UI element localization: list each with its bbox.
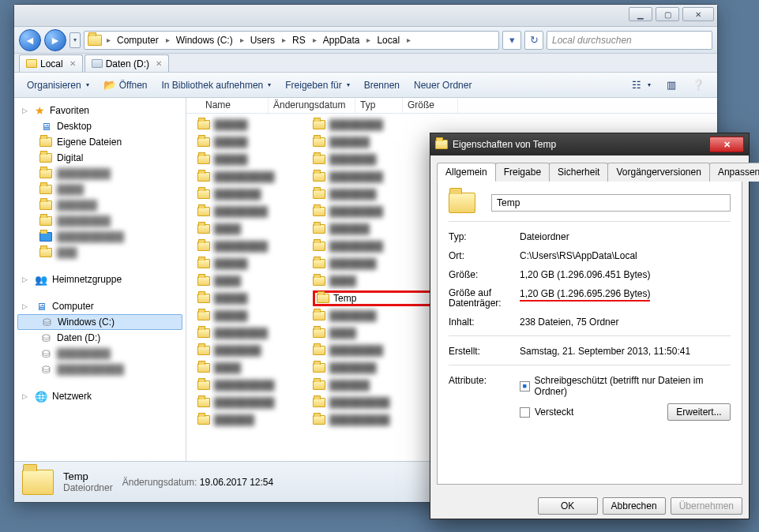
back-button[interactable]: ◄ (19, 29, 41, 51)
history-dropdown[interactable]: ▾ (70, 32, 81, 48)
dialog-title: Eigenschaften von Temp (453, 139, 556, 150)
list-item[interactable]: █████ (197, 117, 308, 133)
tab-customize[interactable]: Anpassen (709, 163, 759, 182)
tab-daten[interactable]: Daten (D:)✕ (85, 54, 169, 72)
sidebar-item[interactable]: ██████ (14, 197, 186, 213)
sidebar-item[interactable]: ████████ (14, 213, 186, 229)
organize-button[interactable]: Organisieren▾ (21, 77, 96, 94)
dialog-close-button[interactable]: ✕ (709, 137, 744, 152)
breadcrumb[interactable]: AppData (318, 32, 366, 49)
breadcrumb[interactable]: Computer (112, 32, 164, 49)
close-button[interactable]: ✕ (682, 7, 714, 21)
list-item[interactable]: ████████ (313, 117, 455, 133)
tab-security[interactable]: Sicherheit (549, 163, 608, 182)
sidebar-digital[interactable]: Digital (14, 150, 186, 166)
sidebar-desktop[interactable]: 🖥Desktop (14, 118, 186, 134)
list-item[interactable]: █████ (197, 134, 308, 150)
col-type[interactable]: Typ (355, 98, 403, 113)
tab-previous-versions[interactable]: Vorgängerversionen (607, 163, 709, 182)
list-item[interactable]: ████████ (197, 204, 308, 219)
checkbox-hidden[interactable]: Versteckt (520, 406, 573, 418)
folder-icon (313, 363, 325, 373)
open-button[interactable]: 📂Öffnen (97, 76, 154, 95)
breadcrumb[interactable]: Local (372, 32, 405, 49)
maximize-button[interactable]: ▢ (656, 7, 679, 21)
list-item[interactable]: █████████ (197, 377, 308, 393)
list-item[interactable]: ████ (197, 360, 308, 376)
ok-button[interactable]: OK (538, 497, 598, 515)
list-item[interactable]: ████████ (197, 325, 308, 341)
item-label: Temp (333, 293, 356, 304)
col-name[interactable]: Name (201, 98, 269, 113)
view-options-button[interactable]: ☷▾ (624, 76, 657, 95)
breadcrumb[interactable]: Users (246, 32, 280, 49)
forward-button[interactable]: ► (44, 29, 66, 51)
sidebar-network[interactable]: ▷🌐Netzwerk (14, 388, 186, 404)
cancel-button[interactable]: Abbrechen (603, 497, 666, 515)
drive-icon (92, 59, 103, 68)
dialog-titlebar[interactable]: Eigenschaften von Temp ✕ (430, 133, 749, 155)
breadcrumb[interactable]: Windows (C:) (171, 32, 239, 49)
item-label: ██████ (329, 137, 370, 148)
sidebar-item[interactable]: ⛁██████████ (14, 362, 186, 377)
library-button[interactable]: In Bibliothek aufnehmen▾ (156, 77, 278, 94)
search-input[interactable]: Local durchsuchen (547, 31, 712, 50)
tab-general[interactable]: Allgemein (437, 163, 496, 182)
list-item[interactable]: ███████ (197, 186, 308, 202)
sidebar-item[interactable]: ⛁████████ (14, 346, 186, 362)
address-bar[interactable]: ▸ Computer▸ Windows (C:)▸ Users▸ RS▸ App… (84, 31, 499, 50)
sidebar-computer[interactable]: ▷🖥Computer (14, 298, 186, 314)
list-item[interactable]: ████ (197, 273, 308, 289)
tab-sharing[interactable]: Freigabe (495, 163, 550, 182)
list-item[interactable]: ████████ (197, 238, 308, 254)
list-item[interactable]: ████ (197, 221, 308, 237)
folder-icon (197, 155, 210, 164)
close-tab-icon[interactable]: ✕ (70, 59, 76, 68)
refresh-icon[interactable]: ↻ (524, 31, 543, 50)
folder-name-input[interactable] (491, 194, 731, 212)
list-item[interactable]: █████ (197, 152, 308, 167)
col-date[interactable]: Änderungsdatum (269, 98, 355, 113)
list-item[interactable]: ██████ (197, 412, 308, 428)
computer-icon: 🖥 (35, 300, 47, 313)
item-label: ███████ (214, 345, 261, 356)
list-item[interactable]: █████████ (197, 169, 308, 185)
share-button[interactable]: Freigeben für▾ (279, 77, 355, 94)
sidebar-item[interactable]: ██████████ (14, 229, 186, 245)
minimize-button[interactable]: ▁ (629, 7, 652, 21)
folder-icon (197, 311, 210, 320)
list-item[interactable]: ███████ (197, 343, 308, 358)
sidebar-item[interactable]: ████████ (14, 166, 186, 182)
item-label: ████████ (329, 119, 383, 130)
col-size[interactable]: Größe (403, 98, 458, 113)
sidebar-ddrive[interactable]: ⛁Daten (D:) (14, 330, 186, 346)
help-button[interactable]: ❔ (686, 76, 711, 95)
sidebar-item[interactable]: ████ (14, 182, 186, 197)
sidebar-item[interactable]: ███ (14, 245, 186, 260)
list-item[interactable]: █████ (197, 256, 308, 272)
breadcrumb[interactable]: RS (287, 32, 311, 49)
new-folder-button[interactable]: Neuer Ordner (408, 77, 478, 94)
folder-icon (313, 346, 325, 355)
chevron-right-icon[interactable]: ▸ (105, 36, 112, 44)
apply-button[interactable]: Übernehmen (671, 497, 742, 515)
list-item[interactable]: █████ (197, 308, 308, 324)
sidebar-cdrive[interactable]: ⛁Windows (C:) (17, 314, 182, 330)
folder-icon (39, 200, 52, 210)
preview-pane-button[interactable]: ▥ (659, 76, 684, 95)
list-item[interactable]: █████ (197, 290, 308, 306)
titlebar[interactable]: ▁ ▢ ✕ (14, 5, 717, 27)
tab-local[interactable]: Local✕ (19, 54, 83, 72)
advanced-button[interactable]: Erweitert... (667, 403, 731, 421)
item-label: █████████ (214, 397, 275, 408)
label-created: Erstellt: (449, 346, 520, 357)
burn-button[interactable]: Brennen (358, 77, 406, 94)
close-tab-icon[interactable]: ✕ (156, 59, 162, 68)
list-item[interactable]: █████████ (197, 395, 308, 410)
sidebar-documents[interactable]: Eigene Dateien (14, 134, 186, 150)
history-dropdown-icon[interactable]: ▾ (502, 31, 521, 50)
checkbox-readonly[interactable]: ■Schreibgeschützt (betrifft nur Dateien … (520, 375, 731, 397)
column-headers[interactable]: Name Änderungsdatum Typ Größe (186, 98, 717, 114)
sidebar-favorites[interactable]: ▷★Favoriten (14, 103, 186, 118)
sidebar-homegroup[interactable]: ▷👥Heimnetzgruppe (14, 272, 186, 287)
